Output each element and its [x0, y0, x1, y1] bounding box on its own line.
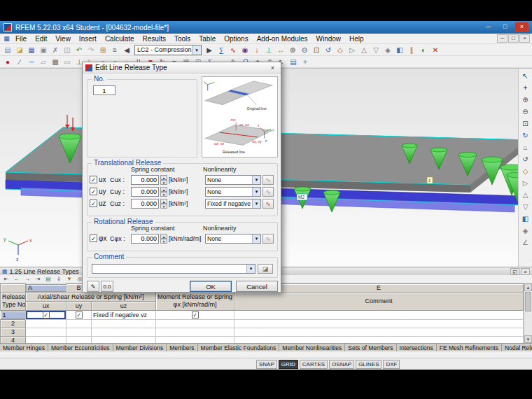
table-prev-icon[interactable]: ← [12, 275, 22, 283]
cell-d4[interactable] [156, 336, 234, 343]
menu-file[interactable]: File [11, 34, 31, 43]
dxf-toggle[interactable]: DXF [383, 360, 400, 369]
mdi-close-button[interactable]: × [519, 34, 530, 43]
redo-icon[interactable]: ↷ [85, 45, 97, 55]
cartesian-toggle[interactable]: CARTES [300, 360, 328, 369]
calculation-icon[interactable]: ∑ [216, 45, 227, 55]
nonlinearity-select[interactable]: Fixed if negative vz▾ [205, 199, 261, 209]
visibility-icon[interactable]: ◐ [418, 45, 429, 55]
close-button[interactable]: × [515, 22, 528, 32]
scroll-up-icon[interactable]: ▲ [524, 284, 532, 291]
table-jump-end-icon[interactable]: ⇥ [33, 275, 43, 283]
menu-table[interactable]: Table [195, 34, 220, 43]
scroll-thumb[interactable] [525, 292, 531, 312]
menu-window[interactable]: Window [312, 34, 346, 43]
tab-member-eccentricities[interactable]: Member Eccentricities [48, 344, 113, 351]
loads-icon[interactable]: ↓ [251, 45, 262, 55]
render-icon[interactable]: ◧ [394, 45, 405, 55]
checkbox-checked[interactable]: ✓ [192, 312, 199, 318]
cell-c4[interactable] [92, 336, 156, 343]
cell-b3[interactable] [66, 328, 92, 336]
release-checkbox[interactable]: ✓ [90, 176, 97, 183]
previous-view-icon[interactable]: ↺ [323, 45, 334, 55]
menu-tools[interactable]: Tools [170, 34, 195, 43]
minimize-button[interactable]: ─ [482, 22, 495, 32]
zoom-window-icon[interactable]: ⊡ [520, 118, 531, 129]
cell-a1[interactable]: ✓ [26, 310, 66, 319]
dropdown-arrow-icon[interactable]: ▾ [246, 265, 255, 273]
line-icon[interactable]: ∕ [14, 57, 25, 67]
cut-icon[interactable]: ✗ [50, 45, 61, 55]
print-icon[interactable]: ▣ [38, 45, 49, 55]
rotate-view-icon[interactable]: ↻ [520, 130, 531, 141]
spin-down-icon[interactable]: ▾ [160, 192, 167, 197]
spin-down-icon[interactable]: ▾ [160, 239, 167, 244]
copy-icon[interactable]: ◫ [62, 45, 73, 55]
menu-help[interactable]: Help [345, 34, 368, 43]
table-filter-icon[interactable]: ▼ [64, 275, 74, 283]
dimensions-icon[interactable]: ↔ [275, 45, 286, 55]
mdi-restore-button[interactable]: □ [508, 34, 519, 43]
tab-members[interactable]: Members [167, 344, 197, 351]
cell-e1[interactable] [234, 310, 524, 319]
tab-member-elastic-foundations[interactable]: Member Elastic Foundations [198, 344, 280, 351]
spin-down-icon[interactable]: ▾ [160, 180, 167, 185]
select-arrow-icon[interactable]: ↖ [520, 70, 531, 81]
menu-addon-modules[interactable]: Add-on Modules [253, 34, 312, 43]
maximize-button[interactable]: □ [498, 22, 512, 32]
previous-view-icon[interactable]: ↺ [520, 153, 531, 164]
view-x-icon[interactable]: ▷ [520, 177, 531, 188]
spin-down-icon[interactable]: ▾ [160, 204, 167, 209]
wireframe-icon[interactable]: ◈ [382, 45, 393, 55]
isometric-view-icon[interactable]: ◇ [335, 45, 346, 55]
cancel-button[interactable]: Cancel [236, 281, 278, 292]
grid-toggle[interactable]: GRID [279, 360, 298, 369]
spring-constant-input[interactable] [131, 175, 159, 185]
cell-e2[interactable] [234, 319, 524, 328]
checkbox-checked[interactable]: ✓ [43, 312, 50, 318]
close-panel-button[interactable]: × [521, 268, 530, 275]
table-next-icon[interactable]: → [22, 275, 32, 283]
release-checkbox[interactable]: ✓ [90, 200, 97, 207]
dropdown-arrow-icon[interactable]: ▾ [252, 176, 260, 184]
menu-results[interactable]: Results [139, 34, 170, 43]
tables-icon[interactable]: ▤ [288, 57, 299, 67]
zoom-out-icon[interactable]: ⊖ [520, 106, 531, 117]
spring-constant-input[interactable] [131, 187, 159, 197]
cell-c2[interactable] [92, 319, 156, 328]
previous-load-case-icon[interactable]: ◀ [121, 45, 132, 55]
spinner[interactable]: ▴▾ [160, 187, 167, 197]
view-y-icon[interactable]: △ [520, 189, 531, 200]
spring-constant-input[interactable] [131, 199, 159, 209]
nonlinearity-select[interactable]: None▾ [205, 234, 261, 244]
perspective-icon[interactable]: ∠ [520, 237, 531, 248]
dropdown-arrow-icon[interactable]: ▾ [252, 188, 260, 196]
load-case-combo[interactable]: LC2 - Compression ▾ [134, 45, 202, 55]
new-file-icon[interactable]: ▤ [2, 45, 13, 55]
table-import-icon[interactable]: ⇓ [54, 275, 64, 283]
cell-a4[interactable] [26, 336, 66, 343]
nonlinearity-edit-button[interactable]: ∿ [262, 187, 274, 197]
supports-icon[interactable]: ⊥ [263, 45, 274, 55]
glines-toggle[interactable]: GLINES [356, 360, 382, 369]
tab-fe-mesh-refinements[interactable]: FE Mesh Refinements [437, 344, 502, 351]
spinner[interactable]: ▴▾ [160, 175, 167, 185]
release-checkbox[interactable]: ✓ [90, 188, 97, 195]
cell-b1[interactable]: ✓ [66, 310, 92, 319]
spin-up-icon[interactable]: ▴ [160, 199, 167, 204]
surface-icon[interactable]: ▱ [38, 57, 49, 67]
release-checkbox[interactable]: ✓ [90, 234, 97, 242]
next-load-case-icon[interactable]: ▶ [204, 45, 215, 55]
tab-member-nonlinearities[interactable]: Member Nonlinearities [279, 344, 345, 351]
menu-options[interactable]: Options [220, 34, 252, 43]
solid-icon[interactable]: ▩ [50, 57, 61, 67]
cell-c1[interactable]: Fixed if negative vz [92, 310, 156, 319]
cell-b4[interactable] [66, 336, 92, 343]
view-x-icon[interactable]: ▷ [346, 45, 358, 55]
menu-edit[interactable]: Edit [31, 34, 51, 43]
view-y-icon[interactable]: △ [358, 45, 370, 55]
mdi-minimize-button[interactable]: ─ [497, 34, 507, 43]
settings-icon[interactable]: + [300, 57, 311, 67]
units-and-decimals-button[interactable]: 0.0 [101, 281, 113, 292]
osnap-toggle[interactable]: OSNAP [329, 360, 354, 369]
